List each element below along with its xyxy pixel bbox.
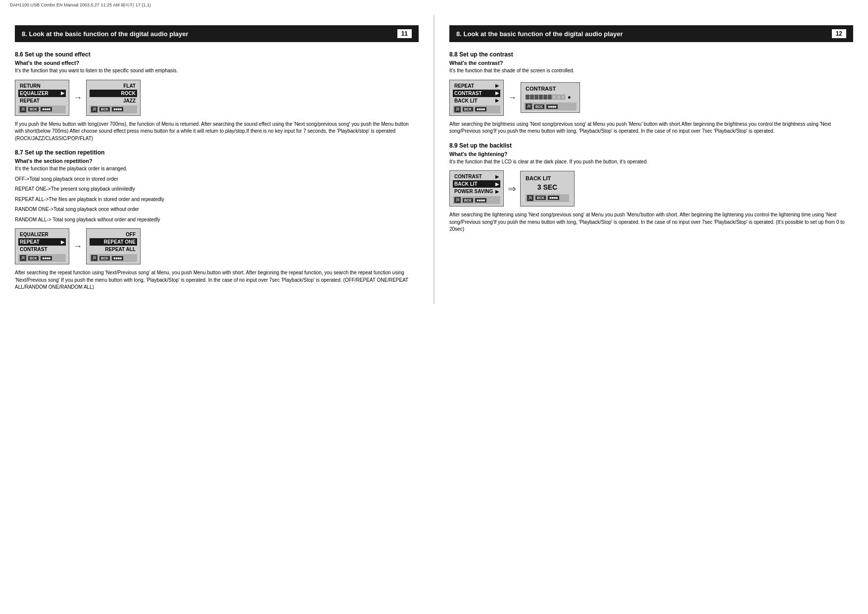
status-wave-icon4: 川 <box>91 255 97 261</box>
backlit-label: BACK LIT <box>526 175 569 181</box>
status-bar-87-right: 川 BCK ■■■■ <box>90 254 137 262</box>
menu-screen-87-right: OFF REPEAT ONE REPEAT ALL 川 BCK ■■■■ <box>86 228 141 264</box>
contrast-bar-container: ● <box>524 93 577 102</box>
backlit-value: 3 SEC <box>526 183 569 191</box>
powersaving-arrow-89: ▶ <box>495 189 499 194</box>
arrow-86: → <box>73 93 82 103</box>
backlit-arrow-88: ▶ <box>495 98 499 103</box>
status-wave-icon6: 川 <box>526 103 532 109</box>
status-bar-88-right: 川 BCK ■■■■ <box>524 102 577 110</box>
menu-screen-86-left: RETURN EQUALIZER ▶ REPEAT 川 BCK ■■■■ <box>15 80 69 116</box>
arrow-89: ⇒ <box>508 183 516 195</box>
status-rep-icon5: ■■■■ <box>475 107 486 111</box>
contrast-arrow-88: ▶ <box>495 91 499 96</box>
section-87-text1: It's the function that the playback orde… <box>15 165 419 173</box>
menu-row-repeat-87: REPEAT ▶ <box>18 238 66 246</box>
section-86-title: 8.6 Set up the sound effect <box>15 51 419 58</box>
status-bar-88-left: 川 BCK ■■■■ <box>453 105 500 113</box>
contrast-bar <box>526 95 565 100</box>
menu-row-equalizer: EQUALIZER ▶ <box>18 90 66 97</box>
menu-row-repeat-88: REPEAT ▶ <box>453 82 500 90</box>
top-bar: DAH1100 USB Combo EN Manual 2003.5.27 11… <box>0 0 868 10</box>
menu-row-repeat: REPEAT <box>18 97 66 104</box>
menu-row-return: RETURN <box>18 82 66 90</box>
right-repeat-all: REPEAT ALL <box>90 246 137 253</box>
page-left-number: 11 <box>397 29 412 38</box>
page-right: 8. Look at the basic function of the dig… <box>434 15 868 304</box>
section-87-desc: After searching the repeat function usin… <box>15 269 419 291</box>
section-86-text: It's the function that you want to liste… <box>15 67 419 75</box>
seg5 <box>543 95 547 100</box>
status-wave-icon2: 川 <box>91 106 97 112</box>
menu-screen-88-left: REPEAT ▶ CONTRAST ▶ BACK LIT ▶ 川 BCK ■■■… <box>449 80 504 116</box>
section-87-subtitle: What's the section repetition? <box>15 158 419 164</box>
seg1 <box>526 95 530 100</box>
seg8 <box>557 95 561 100</box>
seg4 <box>539 95 543 100</box>
status-rep-icon7: ■■■■ <box>475 198 486 203</box>
status-bar-89-left: 川 BCK ■■■■ <box>453 196 500 204</box>
menu-row-backlit-89: BACK LIT ▶ <box>453 180 500 188</box>
status-bck-icon7: BCK <box>463 198 473 203</box>
menu-row-contrast-89: CONTRAST ▶ <box>453 173 500 180</box>
status-bar-89-right: 川 BCK ■■■■ <box>526 194 569 202</box>
section-88-desc: After searching the brightness using 'Ne… <box>449 121 853 135</box>
menu-screen-87-left: EQUALIZER REPEAT ▶ CONTRAST 川 BCK ■■■■ <box>15 228 69 264</box>
status-rep-icon6: ■■■■ <box>546 104 558 109</box>
list-item-4: RANDOM ALL-> Total song playback without… <box>15 216 419 224</box>
section-88-text: It's the function that the shade of the … <box>449 67 853 75</box>
list-item-0: OFF->Total song playback once in stored … <box>15 176 419 183</box>
arrow-88: → <box>508 93 517 103</box>
page-left-header-title: 8. Look at the basic function of the dig… <box>22 30 189 38</box>
status-wave-icon7: 川 <box>454 197 461 203</box>
section-86-subtitle: What's the sound effect? <box>15 60 419 66</box>
menu-row-powersaving-89: POWER SAVING ▶ <box>453 188 500 195</box>
status-bar-87-left: 川 BCK ■■■■ <box>18 254 66 262</box>
status-wave-icon: 川 <box>20 106 26 112</box>
diagram-86: RETURN EQUALIZER ▶ REPEAT 川 BCK ■■■■ → F… <box>15 80 419 116</box>
status-bck-icon8: BCK <box>535 196 546 200</box>
contrast-arrow-89: ▶ <box>495 174 499 179</box>
menu-screen-86-right: FLAT ROCK JAZZ 川 BCK ■■■■ <box>86 80 141 116</box>
diagram-89: CONTRAST ▶ BACK LIT ▶ POWER SAVING ▶ 川 B… <box>449 170 853 206</box>
section-88-subtitle: What's the contrast? <box>449 60 853 66</box>
diagram-87: EQUALIZER REPEAT ▶ CONTRAST 川 BCK ■■■■ →… <box>15 228 419 264</box>
menu-row-contrast-87: CONTRAST <box>18 246 66 253</box>
menu-row-eq-87: EQUALIZER <box>18 231 66 238</box>
contrast-circle: ● <box>568 94 571 100</box>
status-bck-icon6: BCK <box>534 104 544 109</box>
menu-screen-88-right: CONTRAST ● 川 <box>521 82 580 113</box>
status-bck-icon5: BCK <box>463 107 473 111</box>
page-right-header: 8. Look at the basic function of the dig… <box>449 25 853 42</box>
repeat-arrow-88: ▶ <box>495 83 499 88</box>
list-item-3: RANDOM ONE->Total song playback once wit… <box>15 206 419 213</box>
menu-screen-89-left: CONTRAST ▶ BACK LIT ▶ POWER SAVING ▶ 川 B… <box>449 170 504 206</box>
seg9 <box>561 95 565 100</box>
page-left: 8. Look at the basic function of the dig… <box>0 15 434 304</box>
status-rep-icon4: ■■■■ <box>112 256 123 260</box>
section-86-desc: If you push the Menu button with long(ov… <box>15 121 419 143</box>
right-rock: ROCK <box>90 90 137 97</box>
diagram-88: REPEAT ▶ CONTRAST ▶ BACK LIT ▶ 川 BCK ■■■… <box>449 80 853 116</box>
contrast-label: CONTRAST <box>524 85 577 93</box>
status-bck-icon3: BCK <box>28 256 39 260</box>
section-89-subtitle: What's the lightening? <box>449 151 853 157</box>
status-bar-86-right: 川 BCK ■■■■ <box>90 105 137 113</box>
list-item-2: REPEAT ALL->The files are playback in st… <box>15 196 419 204</box>
arrow-87: → <box>73 241 82 252</box>
seg3 <box>534 95 538 100</box>
status-bck-icon: BCK <box>28 107 39 111</box>
menu-screen-89-right: BACK LIT 3 SEC 川 BCK ■■■■ <box>520 171 575 206</box>
status-wave-icon8: 川 <box>527 195 533 201</box>
section-89-title: 8.9 Set up the backlist <box>449 142 853 149</box>
status-rep-icon: ■■■■ <box>41 107 52 111</box>
seg7 <box>552 95 556 100</box>
pages-container: 8. Look at the basic function of the dig… <box>0 10 868 309</box>
menu-row-contrast-88: CONTRAST ▶ <box>453 90 500 97</box>
status-rep-icon2: ■■■■ <box>112 107 123 111</box>
section-88-title: 8.8 Set up the contrast <box>449 51 853 58</box>
section-89-text: It's the function that the LCD is clear … <box>449 158 853 166</box>
status-bck-icon2: BCK <box>99 107 110 111</box>
status-rep-icon3: ■■■■ <box>41 256 52 260</box>
section-87-title: 8.7 Set up the section repetition <box>15 149 419 156</box>
